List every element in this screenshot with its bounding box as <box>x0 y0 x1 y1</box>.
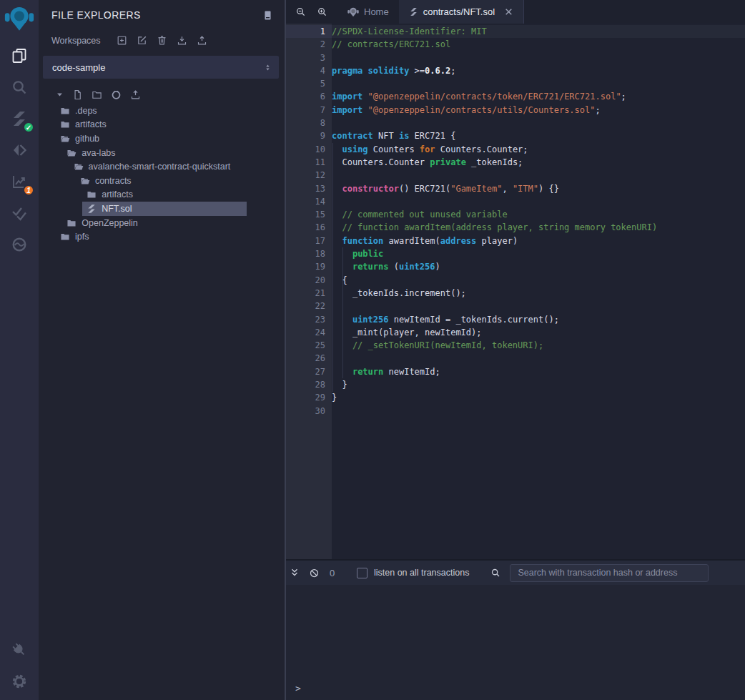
plugin-manager-button[interactable] <box>0 634 39 666</box>
line-number[interactable]: 30 <box>286 405 332 418</box>
line-number[interactable]: 11 <box>286 156 332 169</box>
tab-home[interactable]: Home <box>337 0 399 24</box>
tree-item-github[interactable]: github <box>39 132 285 146</box>
code-line[interactable]: 27 return newItemId; <box>286 365 745 378</box>
new-file-icon[interactable] <box>72 89 83 100</box>
documentation-book-icon[interactable] <box>262 10 273 21</box>
code-line[interactable]: 20 { <box>286 274 745 287</box>
code-editor[interactable]: 1//SPDX-License-Identifier: MIT2// contr… <box>286 24 745 559</box>
upload-workspace-icon[interactable] <box>197 35 207 46</box>
tree-item-ava-labs[interactable]: ava-labs <box>39 146 285 160</box>
code-line[interactable]: 26 <box>286 352 745 365</box>
line-number[interactable]: 19 <box>286 260 332 273</box>
line-number[interactable]: 20 <box>286 274 332 287</box>
code-line[interactable]: 10 using Counters for Counters.Counter; <box>286 143 745 156</box>
create-workspace-icon[interactable] <box>117 35 127 46</box>
tree-item-ipfs[interactable]: ipfs <box>39 230 285 244</box>
line-number[interactable]: 25 <box>286 339 332 352</box>
delete-workspace-icon[interactable] <box>157 35 167 46</box>
code-line[interactable]: 15 // commented out unused variable <box>286 208 745 221</box>
line-number[interactable]: 1 <box>286 25 332 38</box>
code-line[interactable]: 6import "@openzeppelin/contracts/token/E… <box>286 90 745 103</box>
code-line[interactable]: 18 public <box>286 247 745 260</box>
solidity-unit-testing-button[interactable] <box>0 197 39 229</box>
line-number[interactable]: 29 <box>286 391 332 404</box>
tree-item-.deps[interactable]: .deps <box>39 104 285 118</box>
tree-item-artifacts[interactable]: artifacts <box>39 118 285 132</box>
line-number[interactable]: 14 <box>286 195 332 208</box>
code-line[interactable]: 30 <box>286 405 745 418</box>
sourcify-button[interactable] <box>0 229 39 260</box>
line-number[interactable]: 9 <box>286 129 332 142</box>
code-line[interactable]: 19 returns (uint256) <box>286 260 745 273</box>
search-in-files-button[interactable] <box>0 72 39 103</box>
zoom-in-icon[interactable] <box>317 6 327 17</box>
line-number[interactable]: 6 <box>286 90 332 103</box>
tree-item-contracts[interactable]: contracts <box>39 174 285 188</box>
solidity-compiler-button[interactable]: ✓ <box>0 103 39 134</box>
tree-item-openzeppelin[interactable]: OpenZeppelin <box>39 216 285 230</box>
terminal-output[interactable]: > <box>286 585 745 700</box>
code-line[interactable]: 8 <box>286 117 745 129</box>
line-number[interactable]: 12 <box>286 169 332 182</box>
line-number[interactable]: 27 <box>286 365 332 378</box>
publish-to-gist-icon[interactable] <box>111 89 122 100</box>
close-tab-icon[interactable] <box>504 7 513 16</box>
collapse-terminal-icon[interactable] <box>290 568 300 578</box>
code-line[interactable]: 7import "@openzeppelin/contracts/utils/C… <box>286 104 745 117</box>
workspace-select[interactable]: code-sample <box>43 56 279 79</box>
terminal-search-input[interactable] <box>510 564 709 582</box>
code-line[interactable]: 11 Counters.Counter private _tokenIds; <box>286 156 745 169</box>
code-line[interactable]: 4pragma solidity >=0.6.2; <box>286 64 745 77</box>
code-line[interactable]: 14 <box>286 195 745 208</box>
line-number[interactable]: 13 <box>286 182 332 195</box>
line-number[interactable]: 21 <box>286 287 332 300</box>
rename-workspace-icon[interactable] <box>137 35 147 46</box>
line-number[interactable]: 28 <box>286 378 332 391</box>
tab-nft-sol[interactable]: contracts/NFT.sol <box>399 0 524 24</box>
code-line[interactable]: 3 <box>286 51 745 64</box>
clear-console-icon[interactable] <box>309 568 320 578</box>
code-line[interactable]: 13 constructor() ERC721("GameItem", "ITM… <box>286 182 745 195</box>
remix-logo-icon[interactable] <box>4 1 34 36</box>
download-workspace-icon[interactable] <box>177 35 187 46</box>
line-number[interactable]: 8 <box>286 117 332 129</box>
line-number[interactable]: 24 <box>286 326 332 339</box>
tree-item-artifacts[interactable]: artifacts <box>39 188 285 202</box>
line-number[interactable]: 7 <box>286 104 332 117</box>
code-line[interactable]: 17 function awardItem(address player) <box>286 235 745 247</box>
line-number[interactable]: 3 <box>286 51 332 64</box>
code-line[interactable]: 21 _tokenIds.increment(); <box>286 287 745 300</box>
code-line[interactable]: 9contract NFT is ERC721 { <box>286 129 745 142</box>
code-line[interactable]: 24 _mint(player, newItemId); <box>286 326 745 339</box>
line-number[interactable]: 2 <box>286 38 332 51</box>
line-number[interactable]: 22 <box>286 300 332 312</box>
line-number[interactable]: 17 <box>286 235 332 247</box>
code-line[interactable]: 5 <box>286 77 745 90</box>
deploy-and-run-button[interactable] <box>0 134 39 166</box>
code-line[interactable]: 25 // _setTokenURI(newItemId, tokenURI); <box>286 339 745 352</box>
line-number[interactable]: 5 <box>286 77 332 90</box>
line-number[interactable]: 10 <box>286 143 332 156</box>
code-line[interactable]: 22 <box>286 300 745 312</box>
tree-item-avalanche-smart-contract-quickstart[interactable]: avalanche-smart-contract-quickstart <box>39 159 285 174</box>
line-number[interactable]: 15 <box>286 208 332 221</box>
code-line[interactable]: 29} <box>286 391 745 404</box>
code-line[interactable]: 28 } <box>286 378 745 391</box>
new-folder-icon[interactable] <box>92 89 102 100</box>
solidity-static-analysis-button[interactable]: 1 <box>0 166 39 197</box>
code-line[interactable]: 1//SPDX-License-Identifier: MIT <box>286 25 745 38</box>
line-number[interactable]: 18 <box>286 247 332 260</box>
file-explorer-button[interactable] <box>0 40 39 72</box>
code-line[interactable]: 2// contracts/ERC721.sol <box>286 38 745 51</box>
zoom-out-icon[interactable] <box>295 6 306 17</box>
code-line[interactable]: 12 <box>286 169 745 182</box>
tree-item-nft.sol[interactable]: NFT.sol <box>39 202 285 216</box>
settings-button[interactable] <box>0 666 39 697</box>
line-number[interactable]: 16 <box>286 221 332 234</box>
line-number[interactable]: 4 <box>286 64 332 77</box>
line-number[interactable]: 26 <box>286 352 332 365</box>
line-number[interactable]: 23 <box>286 313 332 326</box>
collapse-tree-icon[interactable] <box>56 91 64 99</box>
listen-transactions-checkbox[interactable] <box>357 568 367 578</box>
